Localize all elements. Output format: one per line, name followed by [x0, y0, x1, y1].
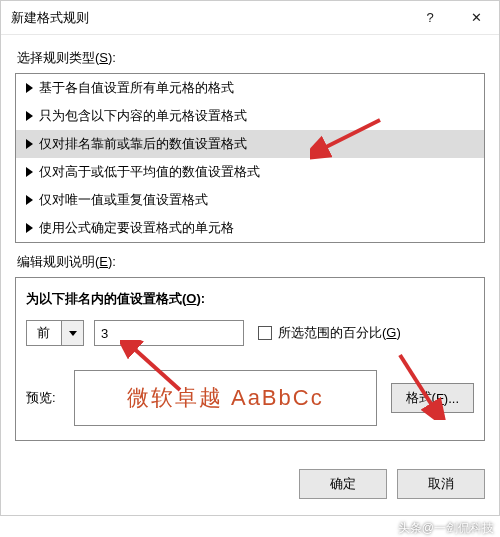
titlebar: 新建格式规则 ? ✕ [1, 1, 499, 35]
triangle-icon [26, 83, 33, 93]
rule-type-item[interactable]: 只为包含以下内容的单元格设置格式 [16, 102, 484, 130]
question-icon: ? [426, 10, 433, 25]
group-title: 为以下排名内的值设置格式(O): [26, 290, 474, 308]
rank-count-input[interactable] [94, 320, 244, 346]
cancel-button[interactable]: 取消 [397, 469, 485, 499]
format-button[interactable]: 格式(F)... [391, 383, 474, 413]
triangle-icon [26, 195, 33, 205]
combo-dropdown-button[interactable] [61, 321, 83, 345]
rule-type-list[interactable]: 基于各自值设置所有单元格的格式 只为包含以下内容的单元格设置格式 仅对排名靠前或… [15, 73, 485, 243]
rule-type-item[interactable]: 仅对排名靠前或靠后的数值设置格式 [16, 130, 484, 158]
percent-checkbox-wrap[interactable]: 所选范围的百分比(G) [258, 324, 401, 342]
dialog-content: 选择规则类型(S): 基于各自值设置所有单元格的格式 只为包含以下内容的单元格设… [1, 35, 499, 455]
triangle-icon [26, 223, 33, 233]
select-rule-type-label: 选择规则类型(S): [17, 49, 485, 67]
preview-sample-text: 微软卓越 AaBbCc [127, 383, 324, 413]
dialog-new-formatting-rule: 新建格式规则 ? ✕ 选择规则类型(S): 基于各自值设置所有单元格的格式 只为… [0, 0, 500, 516]
format-preview: 微软卓越 AaBbCc [74, 370, 377, 426]
triangle-icon [26, 139, 33, 149]
rule-type-item[interactable]: 仅对高于或低于平均值的数值设置格式 [16, 158, 484, 186]
triangle-icon [26, 111, 33, 121]
preview-row: 预览: 微软卓越 AaBbCc 格式(F)... [26, 370, 474, 426]
rule-type-item[interactable]: 使用公式确定要设置格式的单元格 [16, 214, 484, 242]
preview-label: 预览: [26, 389, 60, 407]
watermark: 头条@一剑侃科技 [398, 520, 494, 537]
edit-rule-desc-label: 编辑规则说明(E): [17, 253, 485, 271]
rule-settings-group: 为以下排名内的值设置格式(O): 前 所选范围的百分比(G) 预览: [15, 277, 485, 441]
help-button[interactable]: ? [407, 1, 453, 35]
direction-value: 前 [27, 324, 61, 342]
top-bottom-row: 前 所选范围的百分比(G) [26, 320, 474, 346]
direction-combo[interactable]: 前 [26, 320, 84, 346]
chevron-down-icon [69, 331, 77, 336]
ok-button[interactable]: 确定 [299, 469, 387, 499]
rule-type-item[interactable]: 基于各自值设置所有单元格的格式 [16, 74, 484, 102]
percent-label: 所选范围的百分比(G) [278, 324, 401, 342]
triangle-icon [26, 167, 33, 177]
rule-type-item[interactable]: 仅对唯一值或重复值设置格式 [16, 186, 484, 214]
close-icon: ✕ [471, 10, 482, 25]
dialog-footer: 确定 取消 [1, 455, 499, 515]
percent-checkbox[interactable] [258, 326, 272, 340]
window-title: 新建格式规则 [11, 9, 407, 27]
close-button[interactable]: ✕ [453, 1, 499, 35]
